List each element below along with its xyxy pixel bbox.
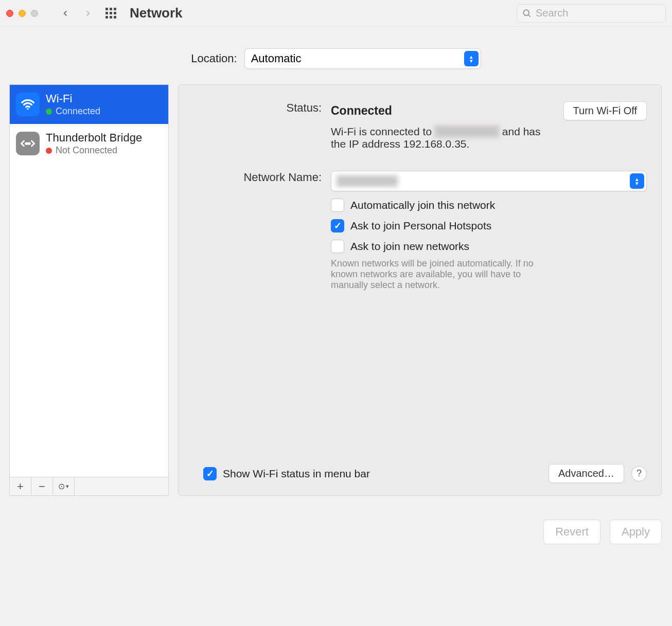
redacted-network-name: ████████ <box>337 175 398 187</box>
location-label: Location: <box>191 52 237 65</box>
new-networks-checkbox-row[interactable]: Ask to join new networks <box>331 240 647 253</box>
sidebar-item-name: Wi-Fi <box>46 92 100 105</box>
page-title: Network <box>130 5 183 21</box>
auto-join-label: Automatically join this network <box>350 199 495 211</box>
minimize-window-button[interactable] <box>19 10 26 17</box>
circle-ellipsis-icon: ⊙ <box>58 481 65 491</box>
chevron-left-icon <box>61 9 70 18</box>
add-service-button[interactable]: + <box>10 477 31 495</box>
location-row: Location: Automatic <box>0 27 672 84</box>
grid-icon <box>105 8 116 19</box>
hotspots-checkbox-row[interactable]: Ask to join Personal Hotspots <box>331 219 647 232</box>
wifi-icon <box>16 93 40 116</box>
service-details-panel: Status: Connected Turn Wi-Fi Off Wi-Fi i… <box>178 84 662 496</box>
menubar-label: Show Wi-Fi status in menu bar <box>223 468 370 480</box>
redacted-ssid: ████████ <box>435 126 499 137</box>
location-select-button[interactable]: Automatic <box>244 48 481 69</box>
toggle-wifi-button[interactable]: Turn Wi-Fi Off <box>563 101 647 120</box>
content: Wi-Fi Connected Thunderbolt Bridge Not C… <box>0 84 672 506</box>
menubar-checkbox[interactable] <box>203 467 217 480</box>
new-networks-label: Ask to join new networks <box>350 240 469 253</box>
sidebar-item-status: Not Connected <box>46 145 142 156</box>
network-services-list: Wi-Fi Connected Thunderbolt Bridge Not C… <box>9 84 169 496</box>
close-window-button[interactable] <box>6 10 13 17</box>
search-field[interactable] <box>517 4 666 23</box>
toolbar: Network <box>0 0 672 27</box>
sidebar-item-name: Thunderbolt Bridge <box>46 131 142 145</box>
hotspots-label: Ask to join Personal Hotspots <box>350 220 491 232</box>
svg-point-5 <box>29 143 30 145</box>
sidebar-buttons: + − ⊙ ▾ <box>10 477 168 495</box>
service-options-button[interactable]: ⊙ ▾ <box>53 477 75 495</box>
chevron-down-icon: ▾ <box>66 483 69 490</box>
show-all-button[interactable] <box>102 5 119 22</box>
forward-button[interactable] <box>79 5 97 22</box>
status-dot-icon <box>46 148 52 154</box>
back-button[interactable] <box>57 5 74 22</box>
status-label: Status: <box>193 101 322 115</box>
search-icon <box>522 8 532 19</box>
network-name-label: Network Name: <box>193 171 322 184</box>
chevron-right-icon <box>83 9 93 18</box>
sidebar-item-status: Connected <box>46 106 100 117</box>
details-footer: Show Wi-Fi status in menu bar Advanced… … <box>193 464 647 483</box>
search-input[interactable] <box>517 4 666 23</box>
auto-join-checkbox[interactable] <box>331 199 344 212</box>
status-description: Wi-Fi is connected to ████████ and has t… <box>331 126 552 150</box>
location-select[interactable]: Automatic <box>244 48 481 69</box>
apply-button[interactable]: Apply <box>610 520 662 544</box>
svg-line-1 <box>528 14 530 16</box>
svg-point-0 <box>523 10 529 15</box>
status-value: Connected <box>331 104 553 118</box>
traffic-lights <box>6 10 38 17</box>
thunderbolt-icon <box>16 132 40 155</box>
sidebar-item-thunderbolt-bridge[interactable]: Thunderbolt Bridge Not Connected <box>10 124 168 163</box>
menubar-checkbox-row[interactable]: Show Wi-Fi status in menu bar <box>203 467 370 480</box>
status-dot-icon <box>46 109 52 115</box>
network-name-select[interactable]: ████████ <box>331 171 647 191</box>
advanced-button[interactable]: Advanced… <box>549 464 624 483</box>
help-button[interactable]: ? <box>631 466 647 481</box>
svg-point-2 <box>27 108 28 110</box>
sidebar-item-wifi[interactable]: Wi-Fi Connected <box>10 85 168 124</box>
maximize-window-button[interactable] <box>31 10 38 17</box>
hotspots-checkbox[interactable] <box>331 219 344 232</box>
new-networks-checkbox[interactable] <box>331 240 344 253</box>
window-buttons: Revert Apply <box>0 506 672 544</box>
auto-join-checkbox-row[interactable]: Automatically join this network <box>331 199 647 212</box>
remove-service-button[interactable]: − <box>31 477 53 495</box>
revert-button[interactable]: Revert <box>543 520 600 544</box>
new-networks-description: Known networks will be joined automatica… <box>331 258 557 291</box>
